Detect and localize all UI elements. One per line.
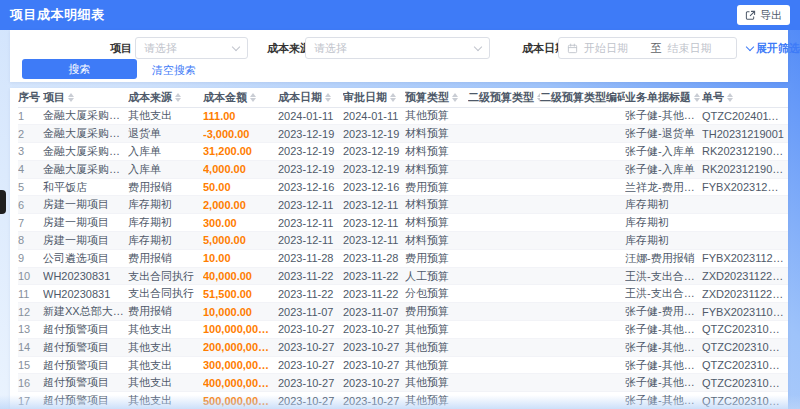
clear-search-link[interactable]: 清空搜索 bbox=[152, 63, 196, 78]
column-header-col-cost-source: 成本来源 bbox=[128, 88, 203, 107]
sort-carets-icon[interactable] bbox=[325, 93, 331, 102]
cell-col-sub-budget-code bbox=[540, 143, 625, 161]
table-row: 2金融大厦采购项目退货单-3,000.002023-12-192023-12-1… bbox=[18, 125, 788, 143]
cell-col-budget-type: 其他预算 bbox=[405, 356, 468, 374]
cell-col-budget-type: 材料预算 bbox=[405, 160, 468, 178]
cell-col-cost-date: 2023-10-27 bbox=[278, 374, 343, 392]
column-label: 成本来源 bbox=[128, 90, 172, 105]
table-row: 1金融大厦采购项目其他支出111.002024-01-112024-01-11其… bbox=[18, 107, 788, 125]
cell-col-cost-amount: -3,000.00 bbox=[203, 125, 278, 143]
table-row: 13超付预警项目其他支出100,000,000.002023-10-272023… bbox=[18, 321, 788, 339]
cell-col-sub-budget-type bbox=[468, 303, 540, 321]
cell-col-audit-date: 2023-10-27 bbox=[343, 392, 405, 409]
export-button[interactable]: 导出 bbox=[737, 5, 790, 25]
sort-carets-icon[interactable] bbox=[250, 93, 256, 102]
date-start-placeholder: 开始日期 bbox=[584, 41, 645, 56]
cell-col-index: 4 bbox=[18, 160, 43, 178]
cell-col-cost-date: 2023-10-27 bbox=[278, 338, 343, 356]
cell-col-sub-budget-code bbox=[540, 249, 625, 267]
cell-col-cost-amount: 31,200.00 bbox=[203, 143, 278, 161]
cell-col-index: 12 bbox=[18, 303, 43, 321]
cell-col-index: 13 bbox=[18, 321, 43, 339]
cell-col-index: 7 bbox=[18, 214, 43, 232]
sort-carets-icon[interactable] bbox=[452, 93, 458, 102]
cell-col-index: 3 bbox=[18, 143, 43, 161]
cell-col-index: 5 bbox=[18, 178, 43, 196]
cell-col-cost-date: 2023-12-19 bbox=[278, 143, 343, 161]
cell-col-cost-amount: 400,000,000.00 bbox=[203, 374, 278, 392]
table-row: 16超付预警项目其他支出400,000,000.002023-10-272023… bbox=[18, 374, 788, 392]
cell-col-cost-date: 2023-12-19 bbox=[278, 125, 343, 143]
cell-col-project: WH20230831 bbox=[43, 267, 128, 285]
cell-col-project: 房建一期项目 bbox=[43, 214, 128, 232]
cell-col-audit-date: 2023-10-27 bbox=[343, 374, 405, 392]
expand-filters-link[interactable]: 展开筛选 bbox=[747, 41, 800, 56]
sort-carets-icon[interactable] bbox=[694, 93, 700, 102]
column-label: 预算类型 bbox=[405, 90, 449, 105]
cell-col-doc-no: FYBX20231107001 bbox=[702, 303, 788, 321]
sort-carets-icon[interactable] bbox=[175, 93, 181, 102]
cell-col-sub-budget-code bbox=[540, 321, 625, 339]
cell-col-budget-type: 其他预算 bbox=[405, 338, 468, 356]
cell-col-sub-budget-code bbox=[540, 232, 625, 250]
cell-col-sub-budget-type bbox=[468, 249, 540, 267]
cell-col-index: 2 bbox=[18, 125, 43, 143]
cell-col-cost-source: 入库单 bbox=[128, 160, 203, 178]
cell-col-sub-budget-code bbox=[540, 107, 625, 125]
project-select[interactable]: 请选择 bbox=[135, 37, 248, 59]
cell-col-doc-no: QTZC20231027002 bbox=[702, 338, 788, 356]
cost-source-select[interactable]: 请选择 bbox=[305, 37, 490, 59]
cell-col-sub-budget-code bbox=[540, 285, 625, 303]
cell-col-sub-budget-code bbox=[540, 374, 625, 392]
cell-col-index: 11 bbox=[18, 285, 43, 303]
cell-col-cost-source: 支出合同执行 bbox=[128, 267, 203, 285]
cell-col-cost-source: 支出合同执行 bbox=[128, 285, 203, 303]
sort-carets-icon[interactable] bbox=[68, 93, 74, 102]
filter-panel: 项目 请选择 成本来源 请选择 成本日期 开始日期 至 结束日期 展开筛选 bbox=[10, 30, 788, 82]
cell-col-project: 金融大厦采购项目 bbox=[43, 143, 128, 161]
cell-col-sub-budget-type bbox=[468, 232, 540, 250]
cell-col-budget-type: 材料预算 bbox=[405, 196, 468, 214]
cell-col-doc-title: 张子健-入库单 bbox=[625, 143, 702, 161]
cell-col-project: 和平饭店 bbox=[43, 178, 128, 196]
column-label: 序号 bbox=[18, 90, 40, 105]
cell-col-cost-amount: 10.00 bbox=[203, 249, 278, 267]
cell-col-index: 1 bbox=[18, 107, 43, 125]
cell-col-audit-date: 2023-12-19 bbox=[343, 143, 405, 161]
cell-col-sub-budget-type bbox=[468, 267, 540, 285]
table-row: 8房建一期项目库存期初5,000.002023-12-112023-12-11材… bbox=[18, 232, 788, 250]
cell-col-doc-title: 库存期初 bbox=[625, 196, 702, 214]
cell-col-index: 16 bbox=[18, 374, 43, 392]
cell-col-audit-date: 2023-12-11 bbox=[343, 232, 405, 250]
column-label: 单号 bbox=[702, 90, 724, 105]
column-label: 业务单据标题 bbox=[625, 90, 691, 105]
cell-col-sub-budget-type bbox=[468, 143, 540, 161]
cell-col-project: 公司遴选项目 bbox=[43, 249, 128, 267]
cell-col-cost-amount: 200,000,000.00 bbox=[203, 338, 278, 356]
cell-col-sub-budget-type bbox=[468, 214, 540, 232]
cost-detail-table: 序号项目成本来源成本金额成本日期审批日期预算类型二级预算类型二级预算类型编码业务… bbox=[18, 88, 788, 409]
dock-handle[interactable] bbox=[0, 190, 6, 214]
cell-col-budget-type: 材料预算 bbox=[405, 125, 468, 143]
filter-row: 项目 请选择 成本来源 请选择 成本日期 开始日期 至 结束日期 展开筛选 bbox=[10, 37, 788, 59]
cell-col-budget-type: 材料预算 bbox=[405, 214, 468, 232]
search-button[interactable]: 搜索 bbox=[22, 59, 137, 79]
cell-col-cost-date: 2023-12-19 bbox=[278, 160, 343, 178]
cell-col-doc-title: 库存期初 bbox=[625, 214, 702, 232]
cost-date-range-input[interactable]: 开始日期 至 结束日期 bbox=[558, 37, 737, 59]
cell-col-sub-budget-type bbox=[468, 178, 540, 196]
cell-col-doc-title: 汪娜-费用报销 bbox=[625, 249, 702, 267]
table-body: 1金融大厦采购项目其他支出111.002024-01-112024-01-11其… bbox=[18, 107, 788, 409]
cell-col-audit-date: 2023-11-22 bbox=[343, 285, 405, 303]
sort-carets-icon[interactable] bbox=[727, 93, 733, 102]
project-filter-label: 项目 bbox=[110, 41, 132, 56]
cell-col-sub-budget-type bbox=[468, 196, 540, 214]
cell-col-budget-type: 材料预算 bbox=[405, 143, 468, 161]
table-row: 3金融大厦采购项目入库单31,200.002023-12-192023-12-1… bbox=[18, 143, 788, 161]
cell-col-cost-source: 其他支出 bbox=[128, 107, 203, 125]
expand-filters-label: 展开筛选 bbox=[756, 41, 800, 56]
cell-col-cost-date: 2023-10-27 bbox=[278, 321, 343, 339]
chevron-down-icon bbox=[474, 42, 482, 50]
cell-col-sub-budget-type bbox=[468, 356, 540, 374]
sort-carets-icon[interactable] bbox=[390, 93, 396, 102]
